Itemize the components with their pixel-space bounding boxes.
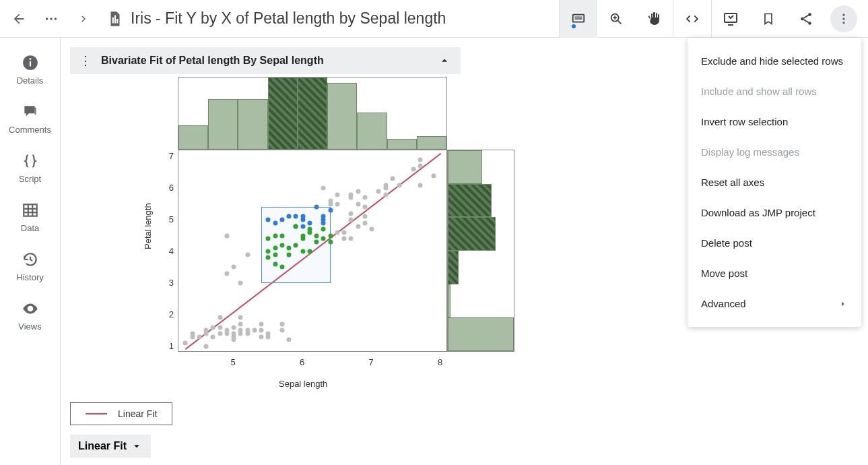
- data-point[interactable]: [411, 167, 415, 172]
- data-point[interactable]: [328, 239, 333, 244]
- bookmark-button[interactable]: [749, 0, 787, 38]
- data-point[interactable]: [266, 218, 271, 222]
- data-point[interactable]: [224, 331, 229, 336]
- data-point[interactable]: [245, 331, 250, 336]
- data-point[interactable]: [418, 164, 422, 168]
- data-point[interactable]: [224, 271, 229, 276]
- data-point[interactable]: [321, 220, 326, 225]
- menu-item[interactable]: Advanced: [688, 288, 861, 319]
- panel-menu-icon[interactable]: ⋮: [79, 55, 92, 67]
- code-button[interactable]: [673, 0, 711, 38]
- histogram-bar[interactable]: [448, 317, 514, 351]
- present-button[interactable]: [712, 0, 749, 38]
- data-point[interactable]: [245, 252, 250, 257]
- data-point[interactable]: [238, 328, 243, 333]
- data-point[interactable]: [418, 183, 422, 187]
- data-point[interactable]: [300, 214, 305, 219]
- data-point[interactable]: [321, 237, 326, 241]
- histogram-bar[interactable]: [417, 136, 446, 150]
- fit-legend[interactable]: Linear Fit: [70, 402, 172, 425]
- data-point[interactable]: [362, 195, 367, 200]
- data-point[interactable]: [279, 265, 284, 270]
- data-point[interactable]: [273, 233, 277, 238]
- data-point[interactable]: [279, 218, 284, 222]
- data-point[interactable]: [362, 220, 367, 225]
- data-point[interactable]: [349, 192, 354, 197]
- chevron-down-icon[interactable]: [438, 54, 451, 67]
- data-point[interactable]: [342, 237, 347, 241]
- chart-area[interactable]: Petal length Sepal length 12345675678: [70, 77, 447, 390]
- rail-item-details[interactable]: Details: [0, 47, 60, 96]
- data-point[interactable]: [279, 243, 284, 247]
- data-point[interactable]: [294, 214, 298, 219]
- histogram-bar[interactable]: [387, 139, 417, 150]
- data-point[interactable]: [238, 315, 243, 320]
- data-point[interactable]: [287, 246, 292, 251]
- data-point[interactable]: [321, 186, 326, 191]
- data-point[interactable]: [362, 205, 367, 210]
- histogram-bar[interactable]: [268, 78, 298, 150]
- data-point[interactable]: [307, 249, 312, 254]
- data-point[interactable]: [328, 208, 333, 213]
- panel-header[interactable]: ⋮ Bivariate Fit of Petal length By Sepal…: [70, 47, 461, 74]
- data-point[interactable]: [266, 237, 271, 241]
- data-point[interactable]: [259, 328, 264, 333]
- histogram-bar[interactable]: [448, 217, 496, 251]
- data-point[interactable]: [273, 246, 277, 251]
- menu-item[interactable]: Delete post: [688, 228, 861, 258]
- data-point[interactable]: [232, 325, 236, 330]
- data-point[interactable]: [204, 331, 209, 336]
- data-point[interactable]: [183, 340, 188, 345]
- data-point[interactable]: [259, 321, 264, 326]
- data-point[interactable]: [383, 186, 388, 191]
- more-button[interactable]: [830, 5, 857, 32]
- histogram-bar[interactable]: [208, 99, 238, 150]
- data-point[interactable]: [279, 233, 284, 238]
- data-point[interactable]: [342, 230, 347, 235]
- histogram-bar[interactable]: [448, 184, 492, 218]
- forward-button[interactable]: [70, 5, 97, 32]
- data-point[interactable]: [335, 192, 339, 197]
- fit-dropdown[interactable]: Linear Fit: [70, 435, 151, 458]
- top-histogram[interactable]: [178, 77, 447, 150]
- histogram-bar[interactable]: [448, 251, 459, 284]
- data-point[interactable]: [266, 334, 271, 339]
- zoom-tool[interactable]: [597, 0, 635, 38]
- histogram-bar[interactable]: [178, 125, 208, 150]
- menu-item[interactable]: Move post: [688, 258, 861, 288]
- menu-item[interactable]: Download as JMP project: [688, 197, 861, 228]
- data-point[interactable]: [197, 334, 201, 339]
- data-point[interactable]: [266, 255, 271, 260]
- rail-item-data[interactable]: Data: [0, 195, 60, 244]
- data-point[interactable]: [287, 338, 292, 342]
- histogram-bar[interactable]: [298, 78, 327, 150]
- data-point[interactable]: [211, 334, 215, 339]
- histogram-bar[interactable]: [327, 83, 357, 150]
- data-point[interactable]: [232, 334, 236, 339]
- data-point[interactable]: [335, 230, 339, 235]
- data-point[interactable]: [279, 328, 284, 333]
- data-point[interactable]: [321, 227, 326, 232]
- data-point[interactable]: [287, 252, 292, 257]
- data-point[interactable]: [321, 214, 326, 219]
- rail-item-views[interactable]: Views: [0, 293, 60, 342]
- data-point[interactable]: [287, 214, 292, 219]
- data-point[interactable]: [376, 189, 381, 193]
- data-point[interactable]: [218, 325, 222, 330]
- histogram-bar[interactable]: [448, 150, 482, 184]
- data-point[interactable]: [314, 239, 319, 244]
- data-point[interactable]: [273, 252, 277, 257]
- data-point[interactable]: [224, 233, 229, 238]
- data-point[interactable]: [294, 243, 298, 247]
- data-point[interactable]: [356, 189, 360, 193]
- pan-tool[interactable]: [635, 0, 673, 38]
- data-point[interactable]: [190, 334, 195, 339]
- data-point[interactable]: [362, 214, 367, 219]
- data-point[interactable]: [259, 334, 264, 339]
- data-point[interactable]: [279, 321, 284, 326]
- data-point[interactable]: [349, 237, 354, 241]
- menu-item[interactable]: Exclude and hide selected rows: [688, 46, 861, 76]
- histogram-bar[interactable]: [357, 113, 387, 150]
- data-point[interactable]: [390, 177, 395, 181]
- histogram-bar[interactable]: [448, 284, 450, 318]
